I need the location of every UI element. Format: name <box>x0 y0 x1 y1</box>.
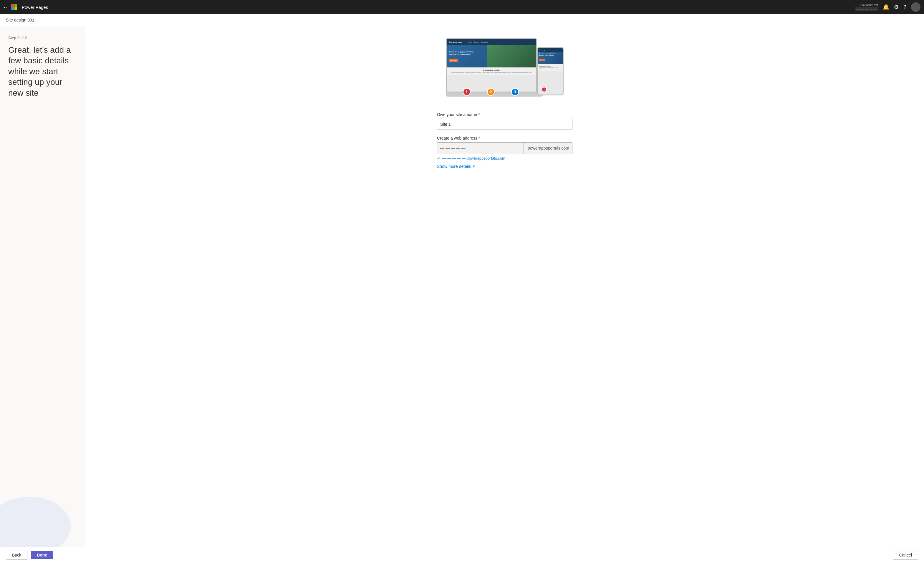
laptop-screen: Company name Home Pages Contact us Creat… <box>446 38 537 93</box>
step-heading: Great, let's add a few basic details whi… <box>8 45 77 98</box>
footer: Back Done Cancel <box>0 547 924 563</box>
breadcrumb: Site design 001 <box>0 14 924 26</box>
environment-info: Environment — — — — — <box>855 3 878 11</box>
badge-2: 2 <box>487 88 495 96</box>
done-button[interactable]: Done <box>31 551 53 559</box>
show-more-label: Show more details <box>437 164 471 169</box>
notification-icon[interactable]: 🔔 <box>883 4 889 10</box>
left-panel: Step 2 of 2 Great, let's add a few basic… <box>0 26 86 547</box>
show-more-button[interactable]: Show more details ∨ <box>437 164 572 169</box>
web-address-row: .powerappsportals.com <box>437 142 572 154</box>
mobile-badge-1: 1 <box>542 87 547 92</box>
site-name-input[interactable] <box>437 119 572 130</box>
url-validation: ✓ — — — — —.powerappsportals.com <box>437 156 572 161</box>
badge-row: 1 2 3 <box>463 88 519 96</box>
site-name-label: Give your site a name * <box>437 112 572 117</box>
check-icon: ✓ <box>437 156 441 161</box>
url-link[interactable]: — — — — —.powerappsportals.com <box>442 156 505 161</box>
environment-label: Environment <box>860 3 878 7</box>
settings-icon[interactable]: ⚙ <box>894 4 898 10</box>
grid-icon[interactable]: ⋯ <box>3 4 9 10</box>
web-address-label: Create a web address * <box>437 136 572 140</box>
form-area: Give your site a name * Create a web add… <box>437 112 572 175</box>
right-panel: Company name Home Pages Contact us Creat… <box>86 26 924 547</box>
page-title: Site design 001 <box>6 18 34 23</box>
svg-rect-3 <box>14 8 17 10</box>
svg-rect-2 <box>11 8 14 10</box>
cancel-button[interactable]: Cancel <box>893 551 918 560</box>
main-layout: Step 2 of 2 Great, let's add a few basic… <box>0 26 924 547</box>
help-icon[interactable]: ? <box>903 4 906 10</box>
environment-value: — — — — — <box>855 7 878 11</box>
badge-1: 1 <box>463 88 471 96</box>
app-name: Power Pages <box>22 5 48 10</box>
web-address-field: Create a web address * .powerappsportals… <box>437 136 572 169</box>
top-navigation: ⋯ Power Pages Environment — — — — — 🔔 ⚙ … <box>0 0 924 14</box>
mobile-mockup: Company name Create an engaging headline… <box>537 47 564 95</box>
preview-area: Company name Home Pages Contact us Creat… <box>446 38 564 103</box>
topnav-icons: Environment — — — — — 🔔 ⚙ ? <box>855 2 921 12</box>
decoration-blob <box>0 497 70 547</box>
site-name-field: Give your site a name * <box>437 112 572 130</box>
svg-rect-1 <box>14 4 17 7</box>
microsoft-logo <box>11 4 17 10</box>
web-address-input[interactable] <box>437 143 523 154</box>
step-label: Step 2 of 2 <box>8 36 77 40</box>
chevron-down-icon: ∨ <box>472 164 475 168</box>
svg-rect-0 <box>11 4 14 7</box>
back-button[interactable]: Back <box>6 551 27 560</box>
badge-3: 3 <box>511 88 519 96</box>
web-address-suffix: .powerappsportals.com <box>523 143 572 154</box>
user-avatar[interactable] <box>911 2 921 12</box>
